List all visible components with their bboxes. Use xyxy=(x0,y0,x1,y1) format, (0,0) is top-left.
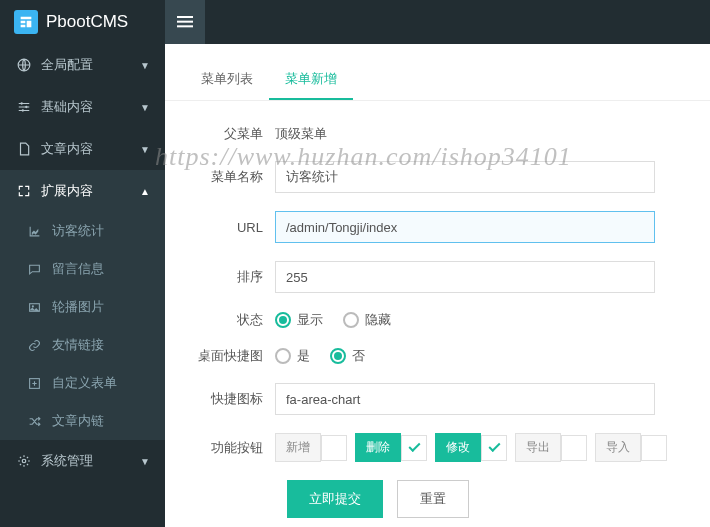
caret-down-icon: ▼ xyxy=(140,456,150,467)
chart-icon xyxy=(28,225,46,238)
label-url: URL xyxy=(185,220,275,235)
sidebar-item-system[interactable]: 系统管理 ▼ xyxy=(0,440,165,482)
checkbox-icon xyxy=(641,435,667,461)
top-header: PbootCMS xyxy=(0,0,710,44)
reset-button[interactable]: 重置 xyxy=(397,480,469,518)
sidebar-item-article[interactable]: 文章内容 ▼ xyxy=(0,128,165,170)
sidebar-sub-innerlink[interactable]: 文章内链 xyxy=(0,402,165,440)
sidebar-sub-form[interactable]: 自定义表单 xyxy=(0,364,165,402)
file-icon xyxy=(15,142,33,156)
nav-label: 基础内容 xyxy=(41,98,93,116)
radio-status-show[interactable]: 显示 xyxy=(275,311,323,329)
sub-label: 自定义表单 xyxy=(52,374,117,392)
logo-area[interactable]: PbootCMS xyxy=(0,10,165,34)
globe-icon xyxy=(15,58,33,72)
form: 父菜单 顶级菜单 菜单名称 URL 排序 状态 显示 隐藏 xyxy=(165,101,710,527)
tabs: 菜单列表 菜单新增 xyxy=(165,60,710,101)
url-input[interactable] xyxy=(275,211,655,243)
link-icon xyxy=(28,339,46,352)
brand-text: PbootCMS xyxy=(46,12,128,32)
comment-icon xyxy=(28,263,46,276)
sidebar-sub-message[interactable]: 留言信息 xyxy=(0,250,165,288)
sort-input[interactable] xyxy=(275,261,655,293)
checkbox-icon xyxy=(321,435,347,461)
sidebar: 全局配置 ▼ 基础内容 ▼ 文章内容 ▼ 扩展内容 ▲ 访客统计 留言信息 xyxy=(0,44,165,527)
label-shortcut: 桌面快捷图 xyxy=(185,347,275,365)
image-icon xyxy=(28,301,46,314)
radio-icon xyxy=(343,312,359,328)
sub-label: 轮播图片 xyxy=(52,298,104,316)
sub-label: 留言信息 xyxy=(52,260,104,278)
radio-shortcut-no[interactable]: 否 xyxy=(330,347,365,365)
label-icon: 快捷图标 xyxy=(185,390,275,408)
svg-point-5 xyxy=(25,106,27,108)
sidebar-sub-links[interactable]: 友情链接 xyxy=(0,326,165,364)
nav-label: 文章内容 xyxy=(41,140,93,158)
radio-status-hide[interactable]: 隐藏 xyxy=(343,311,391,329)
shuffle-icon xyxy=(28,415,46,428)
svg-point-6 xyxy=(22,109,24,111)
label-status: 状态 xyxy=(185,311,275,329)
sidebar-submenu: 访客统计 留言信息 轮播图片 友情链接 自定义表单 文章内链 xyxy=(0,212,165,440)
nav-label: 系统管理 xyxy=(41,452,93,470)
nav-label: 全局配置 xyxy=(41,56,93,74)
label-parent-menu: 父菜单 xyxy=(185,125,275,143)
func-import[interactable]: 导入 xyxy=(595,433,667,462)
submit-button[interactable]: 立即提交 xyxy=(287,480,383,518)
tab-menu-list[interactable]: 菜单列表 xyxy=(185,60,269,100)
tab-menu-add[interactable]: 菜单新增 xyxy=(269,60,353,100)
label-menu-name: 菜单名称 xyxy=(185,168,275,186)
sidebar-item-basic[interactable]: 基础内容 ▼ xyxy=(0,86,165,128)
sub-label: 友情链接 xyxy=(52,336,104,354)
radio-icon xyxy=(275,312,291,328)
svg-rect-0 xyxy=(177,16,193,18)
sub-label: 文章内链 xyxy=(52,412,104,430)
svg-point-4 xyxy=(21,102,23,104)
radio-shortcut-yes[interactable]: 是 xyxy=(275,347,310,365)
plus-square-icon xyxy=(28,377,46,390)
menu-name-input[interactable] xyxy=(275,161,655,193)
func-export[interactable]: 导出 xyxy=(515,433,587,462)
radio-icon xyxy=(330,348,346,364)
main-content: 菜单列表 菜单新增 父菜单 顶级菜单 菜单名称 URL 排序 状态 xyxy=(165,44,710,527)
sliders-icon xyxy=(15,100,33,114)
caret-down-icon: ▼ xyxy=(140,60,150,71)
sidebar-sub-slider[interactable]: 轮播图片 xyxy=(0,288,165,326)
checkbox-icon xyxy=(561,435,587,461)
radio-icon xyxy=(275,348,291,364)
func-delete[interactable]: 删除 xyxy=(355,433,427,462)
svg-point-8 xyxy=(32,305,34,307)
svg-rect-2 xyxy=(177,25,193,27)
label-sort: 排序 xyxy=(185,268,275,286)
svg-point-10 xyxy=(22,459,26,463)
sidebar-item-extend[interactable]: 扩展内容 ▲ xyxy=(0,170,165,212)
icon-input[interactable] xyxy=(275,383,655,415)
sidebar-item-global[interactable]: 全局配置 ▼ xyxy=(0,44,165,86)
label-func-buttons: 功能按钮 xyxy=(185,439,275,457)
parent-menu-value[interactable]: 顶级菜单 xyxy=(275,125,690,143)
nav-label: 扩展内容 xyxy=(41,182,93,200)
checkbox-icon xyxy=(401,435,427,461)
caret-down-icon: ▼ xyxy=(140,144,150,155)
checkbox-icon xyxy=(481,435,507,461)
caret-up-icon: ▲ xyxy=(140,186,150,197)
sidebar-sub-visitor-stats[interactable]: 访客统计 xyxy=(0,212,165,250)
sub-label: 访客统计 xyxy=(52,222,104,240)
gear-icon xyxy=(15,454,33,468)
logo-icon xyxy=(14,10,38,34)
expand-icon xyxy=(15,184,33,198)
hamburger-icon xyxy=(177,15,193,29)
func-add[interactable]: 新增 xyxy=(275,433,347,462)
caret-down-icon: ▼ xyxy=(140,102,150,113)
menu-toggle-button[interactable] xyxy=(165,0,205,44)
func-modify[interactable]: 修改 xyxy=(435,433,507,462)
svg-rect-1 xyxy=(177,21,193,23)
